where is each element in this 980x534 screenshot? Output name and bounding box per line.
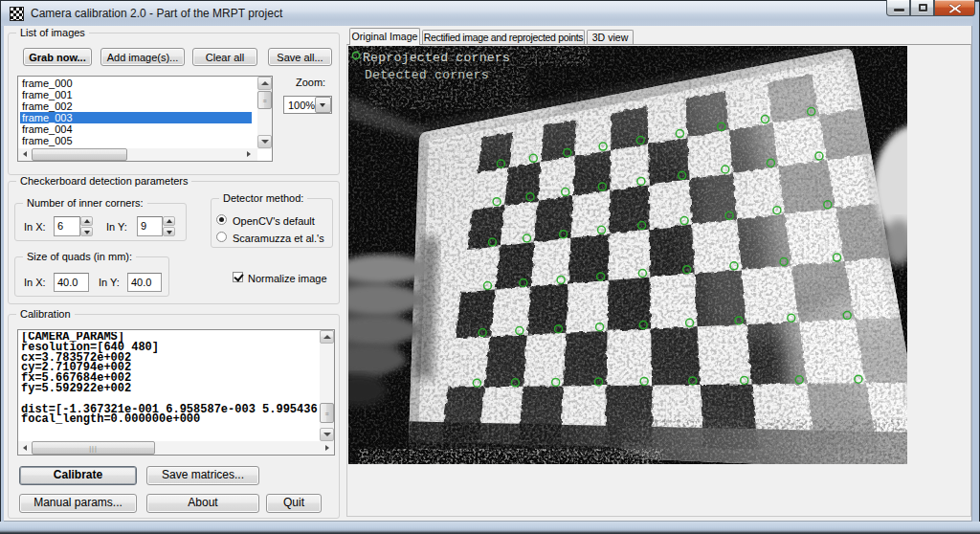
svg-text:Reprojected corners: Reprojected corners bbox=[363, 51, 510, 65]
svg-text:Detected corners: Detected corners bbox=[365, 68, 489, 82]
